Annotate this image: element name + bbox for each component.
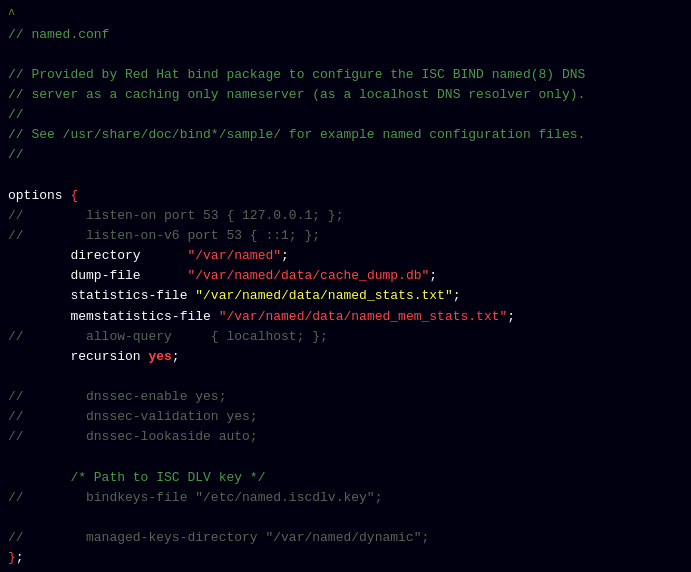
line-memstatistics-file: memstatistics-file "/var/named/data/name… <box>8 307 683 327</box>
line-options-close: }; <box>8 548 683 568</box>
line-comment-1: // named.conf <box>8 25 683 45</box>
line-comment-4: // <box>8 105 683 125</box>
line-blank-5 <box>8 508 683 528</box>
line-dnssec-lookaside: // dnssec-lookaside auto; <box>8 427 683 447</box>
line-dnssec-validation: // dnssec-validation yes; <box>8 407 683 427</box>
line-directory: directory "/var/named"; <box>8 246 683 266</box>
line-listen1: // listen-on port 53 { 127.0.0.1; }; <box>8 206 683 226</box>
line-statistics-file: statistics-file "/var/named/data/named_s… <box>8 286 683 306</box>
line-blank-4 <box>8 448 683 468</box>
line-blank-2 <box>8 166 683 186</box>
line-listen2: // listen-on-v6 port 53 { ::1; }; <box>8 226 683 246</box>
line-comment-5: // See /usr/share/doc/bind*/sample/ for … <box>8 125 683 145</box>
line-blank-1 <box>8 45 683 65</box>
line-bindkeys: // bindkeys-file "/etc/named.iscdlv.key"… <box>8 488 683 508</box>
line-dnssec-enable: // dnssec-enable yes; <box>8 387 683 407</box>
code-editor: ^ // named.conf // Provided by Red Hat b… <box>0 0 691 572</box>
top-indicator: ^ <box>8 6 683 25</box>
line-blank-6 <box>8 568 683 572</box>
line-dump-file: dump-file "/var/named/data/cache_dump.db… <box>8 266 683 286</box>
line-managed-keys: // managed-keys-directory "/var/named/dy… <box>8 528 683 548</box>
line-allow-query: // allow-query { localhost; }; <box>8 327 683 347</box>
line-path-isk: /* Path to ISC DLV key */ <box>8 468 683 488</box>
line-comment-6: // <box>8 145 683 165</box>
line-options-open: options { <box>8 186 683 206</box>
line-comment-3: // server as a caching only nameserver (… <box>8 85 683 105</box>
line-recursion: recursion yes; <box>8 347 683 367</box>
line-comment-2: // Provided by Red Hat bind package to c… <box>8 65 683 85</box>
line-blank-3 <box>8 367 683 387</box>
